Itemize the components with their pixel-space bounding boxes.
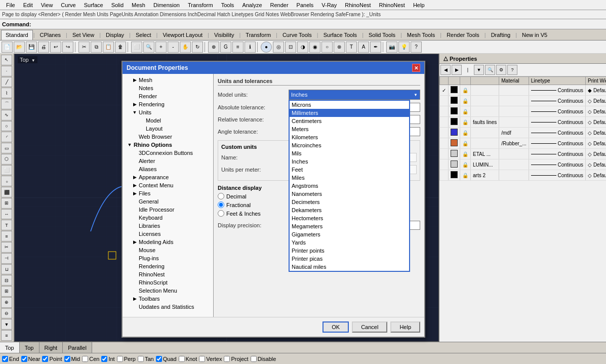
expand-rendering[interactable]: ▶	[132, 101, 138, 107]
menu-curve[interactable]: Curve	[57, 1, 79, 9]
tool-mirror[interactable]: ⊟	[1, 275, 12, 286]
tool-rect[interactable]: ▭	[1, 143, 12, 153]
menu-analyze[interactable]: Analyze	[238, 1, 266, 9]
tree-rendering[interactable]: ▶ Rendering	[125, 100, 211, 108]
tree-appearance[interactable]: ▶ Appearance	[125, 173, 211, 181]
listbox-item-astronomical[interactable]: Astronomical units	[290, 271, 409, 272]
listbox-item-kilometers[interactable]: Kilometers	[290, 133, 409, 141]
listbox-item-microns[interactable]: Microns	[290, 101, 409, 109]
tab-curvetools[interactable]: Curve Tools	[278, 30, 316, 40]
tab-newv5[interactable]: New in V5	[517, 30, 552, 40]
tool-layer[interactable]: ≡	[1, 330, 12, 341]
layer-row-faults[interactable]: 🔒 faults lines Continuous ◇ Default	[440, 117, 607, 128]
tool-more[interactable]: ▼	[1, 319, 12, 330]
listbox-item-meters[interactable]: Meters	[290, 125, 409, 133]
tab-viewport[interactable]: Viewport Layout	[158, 30, 207, 40]
tab-transform[interactable]: Transform	[241, 30, 275, 40]
props-tb-settings[interactable]: ⚙	[496, 65, 506, 75]
props-tb-filter[interactable]: ▼	[474, 65, 484, 75]
tb-rendered[interactable]: ◉	[309, 42, 320, 53]
tool-point[interactable]: ·	[1, 66, 12, 76]
tool-group[interactable]: ⊕	[1, 297, 12, 308]
tb-render-sphere[interactable]: ◎	[273, 42, 284, 53]
tool-arc[interactable]: ◜	[1, 132, 12, 142]
listbox-item-megameters[interactable]: Megameters	[290, 222, 409, 230]
layer-row-0[interactable]: ✓ 🔒 Continuous ◆ Default	[440, 85, 607, 96]
bottom-tab-top1[interactable]: Top	[0, 342, 20, 353]
tb-layer[interactable]: ≡	[232, 42, 244, 53]
expand-contextmenu[interactable]: ▶	[132, 182, 138, 188]
tb-pen[interactable]: ✒	[370, 42, 381, 53]
menu-panels[interactable]: Panels	[293, 1, 318, 9]
menu-surface[interactable]: Surface	[80, 1, 107, 9]
tb-zoom-ext[interactable]: 🔍	[143, 42, 154, 53]
menu-file[interactable]: File	[2, 1, 19, 9]
bottom-tab-right[interactable]: Right	[39, 342, 63, 353]
tree-modelingaids[interactable]: ▶ Modeling Aids	[125, 238, 211, 246]
snap-project[interactable]: Project	[224, 356, 248, 362]
snap-point[interactable]: Point	[42, 356, 62, 362]
tool-circle[interactable]: ○	[1, 121, 12, 132]
menu-dimension[interactable]: Dimension	[149, 1, 184, 9]
tree-alerter[interactable]: Alerter	[125, 157, 211, 165]
expand-units[interactable]: ▼	[132, 109, 138, 115]
tb-shaded[interactable]: ◑	[297, 42, 308, 53]
tb-ghosted[interactable]: ○	[321, 42, 333, 53]
tb-undo[interactable]: ↩	[50, 42, 61, 53]
listbox-item-millimeters[interactable]: Millimeters	[290, 109, 409, 117]
menu-help[interactable]: Help	[409, 1, 429, 9]
tree-render[interactable]: Render	[125, 92, 211, 100]
listbox-item-inches[interactable]: Inches	[290, 157, 409, 166]
tree-rendering2[interactable]: Rendering	[125, 262, 211, 270]
menu-rhinonest2[interactable]: RhinoNest	[375, 1, 409, 9]
snap-end[interactable]: End	[2, 356, 19, 362]
tool-line[interactable]: ╱	[1, 77, 12, 88]
tree-selectionmenu[interactable]: Selection Menu	[125, 287, 211, 295]
tree-mouse[interactable]: Mouse	[125, 246, 211, 254]
listbox-item-decimeters[interactable]: Decimeters	[290, 198, 409, 206]
tb-pan[interactable]: ✋	[180, 42, 191, 53]
props-tb-search[interactable]: 🔍	[485, 65, 495, 75]
tool-curve[interactable]: ⌒	[1, 99, 12, 109]
tool-text[interactable]: T	[1, 220, 12, 230]
tab-setview[interactable]: Set View	[68, 30, 99, 40]
tb-help[interactable]: ?	[411, 42, 422, 53]
listbox-item-centimeters[interactable]: Centimeters	[290, 117, 409, 125]
tb-paste[interactable]: 📋	[103, 42, 114, 53]
listbox-item-printerpicas[interactable]: Printer picas	[290, 255, 409, 263]
bottom-tab-parallel[interactable]: Parallel	[63, 342, 92, 353]
listbox-item-mils[interactable]: Mils	[290, 149, 409, 157]
tool-trim[interactable]: ✂	[1, 242, 12, 253]
tree-mesh[interactable]: ▶ Mesh	[125, 76, 211, 84]
tab-cplanes[interactable]: CPlanes	[35, 30, 66, 40]
tb-copy[interactable]: ⧉	[91, 42, 102, 53]
bottom-tab-top2[interactable]: Top	[20, 342, 39, 353]
tb-print[interactable]: 🖨	[38, 42, 49, 53]
layer-row-etal[interactable]: 🔒 ETAL ... Continuous ◇ Default	[440, 149, 607, 159]
menu-solid[interactable]: Solid	[107, 1, 128, 9]
tree-aliases[interactable]: Aliases	[125, 165, 211, 173]
tb-zoom-out[interactable]: -	[168, 42, 179, 53]
tree-rhinonest[interactable]: RhinoNest	[125, 270, 211, 278]
tree-notes[interactable]: Notes	[125, 84, 211, 92]
expand-rhinooptions[interactable]: ▼	[127, 142, 133, 148]
listbox-item-miles[interactable]: Miles	[290, 174, 409, 182]
layer-row-1[interactable]: 🔒 Continuous ◇ Default	[440, 96, 607, 106]
tb-redo[interactable]: ↪	[62, 42, 73, 53]
tab-surfacetools[interactable]: Surface Tools	[319, 30, 361, 40]
tool-freeform[interactable]: ∿	[1, 110, 12, 120]
menu-render[interactable]: Render	[266, 1, 293, 9]
tree-contextmenu[interactable]: ▶ Context Menu	[125, 181, 211, 189]
snap-quad[interactable]: Quad	[156, 356, 177, 362]
tb-wireframe[interactable]: ⊡	[285, 42, 296, 53]
tab-meshtools[interactable]: Mesh Tools	[402, 30, 439, 40]
props-tb-prev[interactable]: ◀	[440, 65, 451, 75]
tb-gumball[interactable]: G	[220, 42, 231, 53]
tree-updates[interactable]: Updates and Statistics	[125, 303, 211, 309]
tool-array[interactable]: ⊞	[1, 286, 12, 297]
tool-offset[interactable]: ⊔	[1, 264, 12, 275]
menu-rhinonest1[interactable]: RhinoNest	[341, 1, 375, 9]
tree-keyboard[interactable]: Keyboard	[125, 214, 211, 222]
dialog-close-btn[interactable]: ✕	[412, 64, 420, 72]
tab-visibility[interactable]: Visibility	[210, 30, 239, 40]
